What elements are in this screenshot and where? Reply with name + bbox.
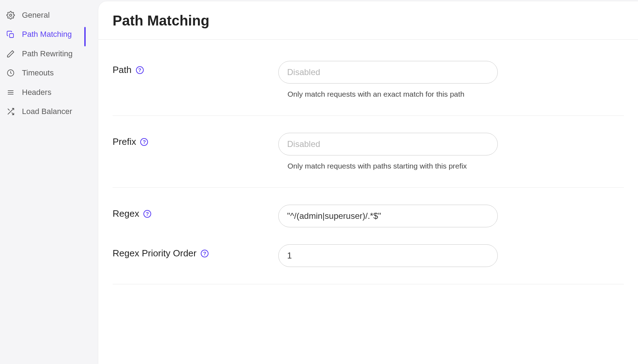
prefix-help-text: Only match requests with paths starting … — [287, 162, 596, 170]
sidebar-item-label: General — [22, 11, 50, 20]
sidebar-item-path-rewriting[interactable]: Path Rewriting — [0, 44, 98, 63]
regex-input[interactable] — [278, 205, 498, 227]
regex-label: Regex — [113, 208, 139, 219]
gear-icon — [6, 11, 15, 19]
form-area: Path ? Only match requests with an exact… — [98, 40, 638, 301]
sidebar-item-label: Load Balancer — [22, 107, 72, 116]
prefix-label: Prefix — [113, 136, 136, 147]
sidebar-item-path-matching[interactable]: Path Matching — [0, 25, 98, 44]
path-label: Path — [113, 64, 132, 75]
sidebar-item-label: Path Rewriting — [22, 49, 73, 58]
shuffle-icon — [6, 107, 15, 116]
sidebar-item-timeouts[interactable]: Timeouts — [0, 63, 98, 83]
lines-icon — [6, 88, 15, 97]
clock-icon — [6, 69, 15, 77]
sidebar: General Path Matching Path Rewriting Tim… — [0, 0, 98, 364]
regex-priority-input[interactable] — [278, 244, 498, 267]
form-label-col: Path ? — [113, 61, 278, 75]
form-label-col: Regex ? — [113, 205, 278, 219]
form-row-regex-priority: Regex Priority Order ? — [113, 244, 624, 284]
sidebar-item-load-balancer[interactable]: Load Balancer — [0, 102, 98, 121]
svg-point-0 — [10, 14, 12, 16]
sidebar-item-general[interactable]: General — [0, 6, 98, 25]
layout: General Path Matching Path Rewriting Tim… — [0, 0, 638, 364]
main-panel: Path Matching Path ? Only match requests… — [98, 1, 638, 364]
form-label-col: Prefix ? — [113, 133, 278, 147]
help-icon[interactable]: ? — [140, 138, 148, 146]
form-row-regex: Regex ? — [113, 205, 624, 244]
page-title: Path Matching — [113, 13, 624, 29]
svg-rect-1 — [10, 34, 13, 38]
sidebar-item-label: Timeouts — [22, 68, 54, 78]
help-icon[interactable]: ? — [136, 66, 144, 74]
sidebar-item-label: Path Matching — [22, 30, 72, 39]
form-input-col — [278, 244, 624, 267]
sidebar-item-label: Headers — [22, 88, 51, 97]
help-icon[interactable]: ? — [143, 210, 151, 218]
path-input[interactable] — [278, 61, 498, 84]
pencil-icon — [6, 50, 15, 58]
path-help-text: Only match requests with an exact match … — [287, 90, 596, 98]
form-row-prefix: Prefix ? Only match requests with paths … — [113, 133, 624, 188]
form-input-col — [278, 205, 624, 227]
form-input-col: Only match requests with paths starting … — [278, 133, 624, 170]
sidebar-item-headers[interactable]: Headers — [0, 83, 98, 102]
page-header: Path Matching — [98, 1, 638, 40]
regex-priority-label: Regex Priority Order — [113, 248, 196, 259]
form-label-col: Regex Priority Order ? — [113, 244, 278, 259]
form-row-path: Path ? Only match requests with an exact… — [113, 61, 624, 116]
prefix-input[interactable] — [278, 133, 498, 155]
copy-icon — [6, 30, 15, 39]
form-input-col: Only match requests with an exact match … — [278, 61, 624, 98]
help-icon[interactable]: ? — [201, 250, 209, 257]
